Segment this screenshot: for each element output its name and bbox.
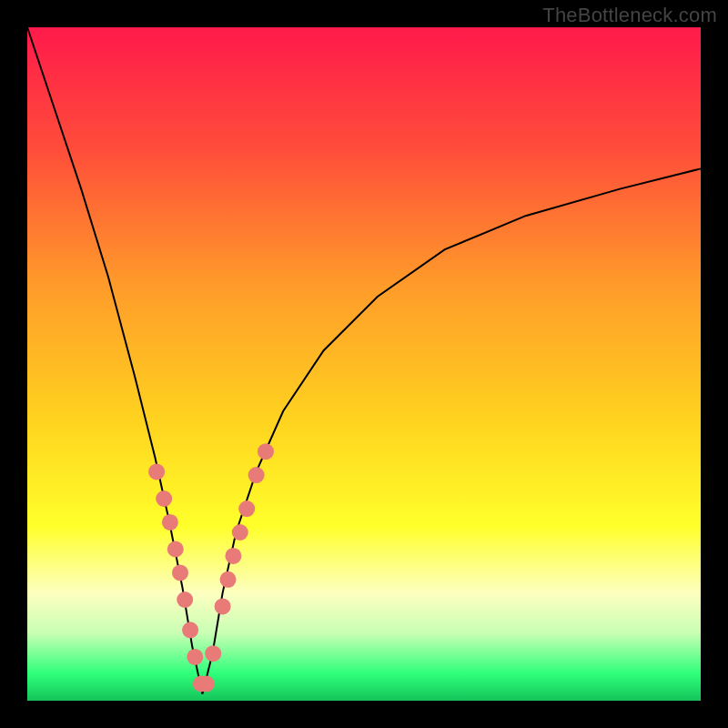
sample-dot bbox=[162, 514, 178, 531]
sample-dot bbox=[232, 524, 248, 541]
sample-dot bbox=[148, 463, 165, 480]
sample-dot bbox=[182, 622, 198, 638]
sample-dot bbox=[167, 541, 184, 558]
sample-dot bbox=[248, 467, 265, 483]
sample-dots-group bbox=[148, 443, 274, 692]
sample-dot bbox=[225, 548, 241, 564]
sample-dot bbox=[238, 500, 255, 517]
bottleneck-curve bbox=[27, 27, 701, 694]
watermark-text: TheBottleneck.com bbox=[542, 4, 717, 27]
sample-dot bbox=[187, 649, 203, 665]
chart-frame: TheBottleneck.com bbox=[0, 0, 728, 728]
sample-dot bbox=[198, 676, 215, 693]
chart-svg bbox=[27, 27, 701, 701]
sample-dot bbox=[177, 592, 193, 608]
sample-dot bbox=[172, 564, 188, 581]
sample-dot bbox=[156, 490, 172, 507]
sample-dot bbox=[220, 571, 237, 588]
sample-dot bbox=[258, 443, 274, 460]
plot-area bbox=[27, 27, 701, 701]
sample-dot bbox=[205, 645, 221, 662]
sample-dot bbox=[215, 598, 231, 614]
